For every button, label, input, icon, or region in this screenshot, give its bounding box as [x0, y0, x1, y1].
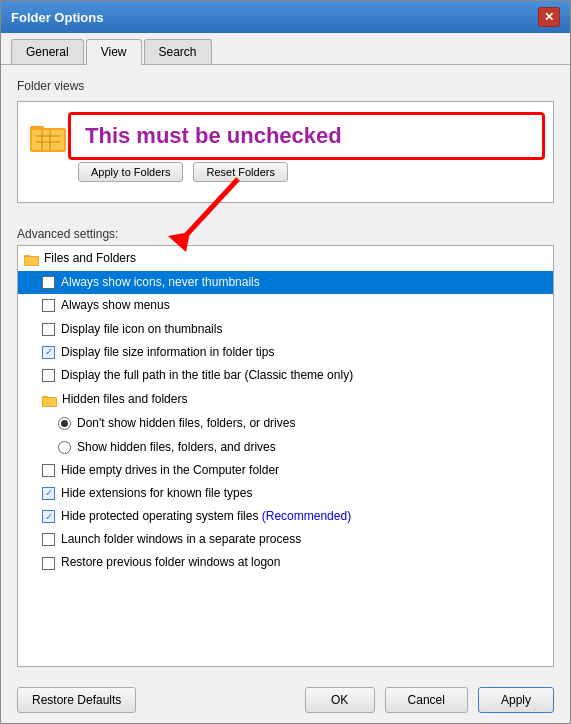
advanced-label: Advanced settings:: [17, 227, 554, 241]
folder-text-area: This must be unchecked Apply to Folders …: [78, 112, 543, 182]
label-show-hidden: Show hidden files, folders, and drives: [77, 438, 276, 457]
tab-content: Folder views This must be unc: [1, 65, 570, 677]
cancel-button[interactable]: Cancel: [385, 687, 468, 713]
svg-marker-8: [168, 232, 190, 252]
checkbox-always-show-icons[interactable]: [42, 276, 55, 289]
list-item[interactable]: Display the full path in the title bar (…: [18, 364, 553, 387]
label-always-show-icons: Always show icons, never thumbnails: [61, 273, 260, 292]
annotation-text: This must be unchecked: [85, 123, 342, 148]
label-restore-previous: Restore previous folder windows at logon: [61, 553, 280, 572]
checkbox-display-file-icon[interactable]: [42, 323, 55, 336]
settings-list[interactable]: Files and Folders Always show icons, nev…: [18, 246, 553, 666]
list-item: Files and Folders: [18, 246, 553, 271]
checkbox-display-full-path[interactable]: [42, 369, 55, 382]
checkbox-restore-previous[interactable]: [42, 557, 55, 570]
tab-view[interactable]: View: [86, 39, 142, 65]
folder-buttons: Apply to Folders Reset Folders: [78, 162, 543, 182]
checkbox-hide-extensions[interactable]: [42, 487, 55, 500]
label-dont-show-hidden: Don't show hidden files, folders, or dri…: [77, 414, 295, 433]
svg-rect-2: [32, 130, 64, 150]
folder-category-icon: [24, 251, 40, 267]
checkbox-always-show-menus[interactable]: [42, 299, 55, 312]
annotation-box: This must be unchecked: [68, 112, 545, 160]
list-item[interactable]: Display file size information in folder …: [18, 341, 553, 364]
list-item[interactable]: Hide extensions for known file types: [18, 482, 553, 505]
label-hidden-files: Hidden files and folders: [62, 390, 187, 409]
list-item[interactable]: Display file icon on thumbnails: [18, 318, 553, 341]
list-item[interactable]: Always show menus: [18, 294, 553, 317]
folder-options-window: Folder Options ✕ General View Search Fol…: [0, 0, 571, 724]
label-hide-extensions: Hide extensions for known file types: [61, 484, 252, 503]
label-launch-folder-windows: Launch folder windows in a separate proc…: [61, 530, 301, 549]
folder-hidden-icon: [42, 392, 58, 408]
checkbox-display-file-size[interactable]: [42, 346, 55, 359]
apply-button[interactable]: Apply: [478, 687, 554, 713]
radio-dont-show-hidden[interactable]: [58, 417, 71, 430]
title-bar: Folder Options ✕: [1, 1, 570, 33]
tab-search[interactable]: Search: [144, 39, 212, 64]
tab-bar: General View Search: [1, 33, 570, 65]
checkbox-hide-empty-drives[interactable]: [42, 464, 55, 477]
checkbox-launch-folder-windows[interactable]: [42, 533, 55, 546]
folder-views-inner: This must be unchecked Apply to Folders …: [28, 112, 543, 192]
annotation-arrow: [158, 174, 258, 254]
label-display-full-path: Display the full path in the title bar (…: [61, 366, 353, 385]
action-buttons: OK Cancel Apply: [305, 687, 554, 713]
label-hide-protected: Hide protected operating system files (R…: [61, 507, 351, 526]
svg-rect-14: [43, 398, 56, 406]
folder-views-label: Folder views: [17, 79, 554, 93]
list-item[interactable]: Hide empty drives in the Computer folder: [18, 459, 553, 482]
ok-button[interactable]: OK: [305, 687, 375, 713]
list-item[interactable]: Hide protected operating system files (R…: [18, 505, 553, 528]
window-title: Folder Options: [11, 10, 103, 25]
list-item[interactable]: Restore previous folder windows at logon: [18, 551, 553, 574]
svg-rect-11: [25, 257, 38, 265]
list-item[interactable]: Show hidden files, folders, and drives: [18, 436, 553, 459]
category-files-folders: Files and Folders: [44, 249, 136, 268]
folder-views-box: This must be unchecked Apply to Folders …: [17, 101, 554, 203]
label-hide-empty-drives: Hide empty drives in the Computer folder: [61, 461, 279, 480]
label-display-file-icon: Display file icon on thumbnails: [61, 320, 222, 339]
bottom-buttons: Restore Defaults OK Cancel Apply: [1, 677, 570, 723]
tab-general[interactable]: General: [11, 39, 84, 64]
folder-icon: [28, 116, 68, 156]
checkbox-hide-protected[interactable]: [42, 510, 55, 523]
restore-defaults-button[interactable]: Restore Defaults: [17, 687, 136, 713]
label-recommended: (Recommended): [262, 509, 351, 523]
settings-list-container: Files and Folders Always show icons, nev…: [17, 245, 554, 667]
list-item[interactable]: Always show icons, never thumbnails: [18, 271, 553, 294]
label-display-file-size: Display file size information in folder …: [61, 343, 274, 362]
radio-show-hidden[interactable]: [58, 441, 71, 454]
list-item[interactable]: Launch folder windows in a separate proc…: [18, 528, 553, 551]
list-item[interactable]: Don't show hidden files, folders, or dri…: [18, 412, 553, 435]
list-item: Hidden files and folders: [18, 387, 553, 412]
close-button[interactable]: ✕: [538, 7, 560, 27]
label-always-show-menus: Always show menus: [61, 296, 170, 315]
